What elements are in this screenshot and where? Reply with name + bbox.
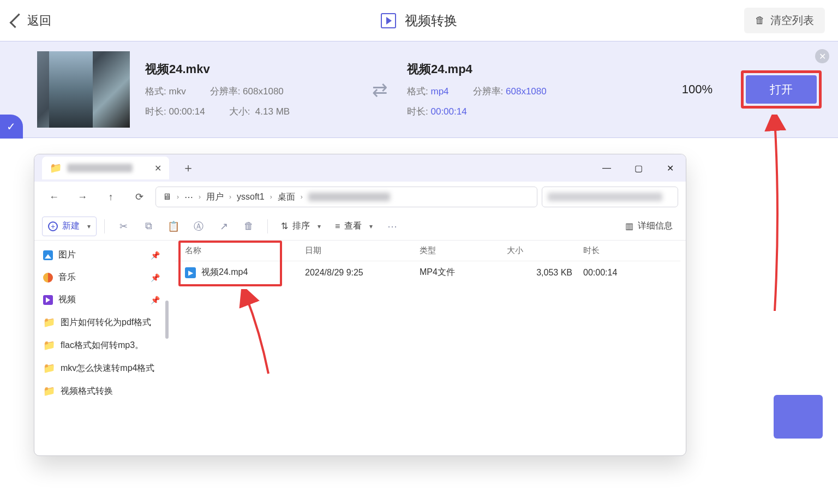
folder-icon: 📁	[43, 316, 55, 328]
target-info: 视频24.mp4 格式: mp4 分辨率: 608x1080 时长: 00:00…	[407, 61, 592, 118]
explorer-tab[interactable]: 📁 ✕	[42, 157, 169, 179]
sort-icon: ⇅	[281, 221, 288, 231]
more-button[interactable]: ⋯	[381, 217, 403, 236]
new-button[interactable]: + 新建	[42, 217, 97, 236]
done-badge: ✓	[0, 115, 23, 139]
nav-back-button[interactable]: ←	[42, 186, 66, 208]
search-placeholder-redacted	[548, 193, 662, 201]
window-close-button[interactable]: ✕	[654, 154, 686, 182]
progress-percent: 100%	[682, 82, 713, 97]
play-icon	[381, 13, 396, 28]
trash-icon: 🗑	[755, 15, 765, 26]
tab-close-button[interactable]: ✕	[154, 163, 161, 173]
sort-button[interactable]: ⇅ 排序	[276, 217, 326, 236]
copy-button[interactable]: ⧉	[137, 217, 159, 236]
explorer-titlebar[interactable]: 📁 ✕ ＋ — ▢ ✕	[34, 154, 686, 182]
crumb-current-redacted	[308, 193, 390, 201]
annotation-arrow-to-open	[764, 115, 797, 316]
src-format: 格式: mkv	[145, 85, 186, 98]
col-type[interactable]: 类型	[420, 245, 507, 256]
target-filename: 视频24.mp4	[407, 61, 592, 77]
src-duration: 时长: 00:00:14	[145, 105, 205, 118]
src-size: 大小: 4.13 MB	[229, 105, 290, 118]
view-button[interactable]: ≡ 查看	[330, 217, 378, 236]
crumb-desktop[interactable]: 桌面	[278, 191, 295, 203]
plus-circle-icon: +	[48, 221, 58, 231]
explorer-toolbar: + 新建 ✂ ⧉ 📋 Ⓐ ↗ 🗑 ⇅ 排序 ≡ 查看 ⋯ ▥ 详细信息	[34, 212, 686, 241]
explorer-navbar: ← → ↑ ⟳ 🖥 › ⋯ › 用户 › yssoft1 › 桌面 ›	[34, 182, 686, 212]
pin-icon: 📌	[151, 296, 160, 304]
pin-icon: 📌	[151, 273, 160, 282]
folder-icon: 📁	[43, 362, 55, 374]
file-list-area: 名称 日期 类型 大小 时长 ▶ 视频24.mp4 2024/8/29 9:25…	[170, 241, 686, 455]
sidebar-item-folder-2[interactable]: 📁 flac格式如何转mp3。	[37, 334, 167, 357]
file-type: MP4文件	[420, 267, 507, 278]
sidebar-item-folder-3[interactable]: 📁 mkv怎么快速转mp4格式	[37, 357, 167, 380]
convert-arrow-icon: ⇄	[372, 79, 387, 100]
column-headers[interactable]: 名称 日期 类型 大小 时长	[175, 241, 680, 261]
open-button[interactable]: 打开	[746, 75, 817, 104]
pictures-icon	[43, 250, 53, 260]
dst-format: 格式: mp4	[407, 85, 449, 98]
folder-icon: 📁	[50, 162, 62, 174]
window-minimize-button[interactable]: —	[591, 154, 622, 182]
file-duration: 00:00:14	[583, 268, 649, 278]
folder-icon: 📁	[43, 385, 55, 397]
explorer-sidebar: 图片 📌 音乐 📌 视频 📌 📁 图片如何转化为pdf格式 📁 flac格式如何…	[34, 241, 170, 455]
window-maximize-button[interactable]: ▢	[622, 154, 654, 182]
crumb-ellipsis[interactable]: ⋯	[184, 192, 193, 202]
dst-duration: 时长: 00:00:14	[407, 105, 467, 118]
remove-row-button[interactable]: ✕	[815, 49, 829, 63]
col-date[interactable]: 日期	[305, 245, 420, 256]
details-pane-button[interactable]: ▥ 详细信息	[620, 217, 678, 236]
monitor-icon: 🖥	[163, 192, 171, 202]
address-breadcrumb[interactable]: 🖥 › ⋯ › 用户 › yssoft1 › 桌面 ›	[155, 187, 537, 207]
file-row[interactable]: ▶ 视频24.mp4 2024/8/29 9:25 MP4文件 3,053 KB…	[175, 261, 680, 284]
rename-button[interactable]: Ⓐ	[188, 217, 210, 236]
sidebar-item-music[interactable]: 音乐 📌	[37, 266, 167, 289]
col-name[interactable]: 名称	[185, 245, 305, 256]
pin-icon: 📌	[151, 251, 160, 260]
source-filename: 视频24.mkv	[145, 61, 352, 77]
dst-resolution: 分辨率: 608x1080	[473, 85, 547, 98]
sidebar-item-folder-4[interactable]: 📁 视频格式转换	[37, 380, 167, 403]
crumb-account[interactable]: yssoft1	[237, 192, 265, 202]
nav-up-button[interactable]: ↑	[99, 186, 123, 208]
folder-icon: 📁	[43, 339, 55, 351]
title-text: 视频转换	[405, 12, 457, 29]
back-label: 返回	[27, 13, 51, 29]
clear-list-button[interactable]: 🗑 清空列表	[744, 8, 825, 33]
source-info: 视频24.mkv 格式: mkv 分辨率: 608x1080 时长: 00:00…	[145, 61, 352, 118]
sidebar-scrollbar[interactable]	[165, 301, 169, 339]
view-icon: ≡	[335, 221, 340, 231]
cut-button[interactable]: ✂	[112, 217, 134, 236]
clear-label: 清空列表	[770, 13, 814, 28]
sidebar-item-videos[interactable]: 视频 📌	[37, 289, 167, 311]
explorer-search[interactable]	[542, 187, 678, 207]
sidebar-item-pictures[interactable]: 图片 📌	[37, 244, 167, 266]
sidebar-item-folder-1[interactable]: 📁 图片如何转化为pdf格式	[37, 311, 167, 334]
tab-title-redacted	[67, 164, 133, 172]
details-icon: ▥	[625, 221, 633, 231]
nav-forward-button[interactable]: →	[70, 186, 94, 208]
file-date: 2024/8/29 9:25	[305, 268, 420, 278]
new-tab-button[interactable]: ＋	[182, 160, 194, 176]
file-size: 3,053 KB	[507, 268, 583, 278]
col-duration[interactable]: 时长	[583, 245, 649, 256]
primary-action-button[interactable]	[774, 395, 823, 439]
share-button[interactable]: ↗	[213, 217, 235, 236]
delete-button[interactable]: 🗑	[238, 217, 260, 236]
conversion-row: ✓ 视频24.mkv 格式: mkv 分辨率: 608x1080 时长: 00:…	[0, 41, 838, 138]
col-size[interactable]: 大小	[507, 245, 583, 256]
video-thumbnail	[37, 51, 130, 128]
file-name: 视频24.mp4	[201, 267, 248, 278]
music-icon	[43, 273, 53, 283]
videos-icon	[43, 295, 53, 305]
mp4-file-icon: ▶	[185, 267, 196, 278]
annotation-open-highlight: 打开	[741, 70, 822, 109]
back-button[interactable]: 返回	[13, 13, 51, 29]
paste-button[interactable]: 📋	[163, 217, 184, 236]
crumb-users[interactable]: 用户	[206, 191, 224, 203]
page-title: 视频转换	[381, 12, 457, 29]
nav-refresh-button[interactable]: ⟳	[127, 186, 151, 208]
